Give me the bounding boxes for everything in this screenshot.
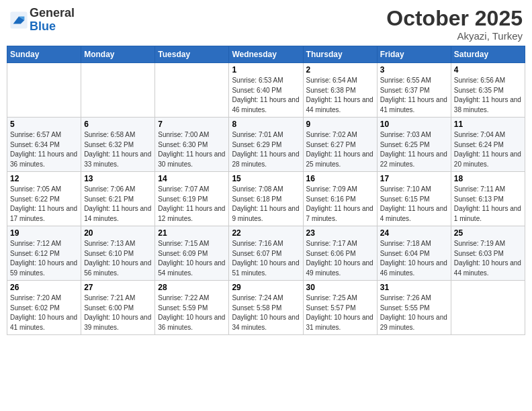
calendar-cell — [7, 63, 81, 118]
day-number: 25 — [454, 228, 522, 238]
calendar-cell: 8Sunrise: 7:01 AMSunset: 6:29 PMDaylight… — [229, 118, 303, 172]
calendar-cell: 1Sunrise: 6:53 AMSunset: 6:40 PMDaylight… — [229, 63, 303, 118]
day-number: 13 — [84, 174, 152, 183]
weekday-header: Saturday — [451, 46, 525, 63]
day-info: Sunrise: 6:56 AMSunset: 6:35 PMDaylight:… — [454, 76, 522, 115]
calendar-cell: 19Sunrise: 7:12 AMSunset: 6:12 PMDayligh… — [7, 226, 81, 281]
weekday-header: Monday — [81, 46, 155, 63]
calendar-cell: 26Sunrise: 7:20 AMSunset: 6:02 PMDayligh… — [7, 281, 81, 335]
calendar-cell: 29Sunrise: 7:24 AMSunset: 5:58 PMDayligh… — [229, 281, 303, 335]
calendar-cell: 10Sunrise: 7:03 AMSunset: 6:25 PMDayligh… — [377, 118, 451, 172]
day-info: Sunrise: 6:55 AMSunset: 6:37 PMDaylight:… — [380, 76, 448, 115]
day-info: Sunrise: 7:08 AMSunset: 6:18 PMDaylight:… — [232, 185, 300, 224]
calendar-cell: 24Sunrise: 7:18 AMSunset: 6:04 PMDayligh… — [377, 226, 451, 281]
calendar-cell — [155, 63, 229, 118]
calendar-cell: 22Sunrise: 7:16 AMSunset: 6:07 PMDayligh… — [229, 226, 303, 281]
day-info: Sunrise: 7:10 AMSunset: 6:15 PMDaylight:… — [380, 185, 448, 224]
day-number: 27 — [84, 283, 152, 292]
calendar-cell: 17Sunrise: 7:10 AMSunset: 6:15 PMDayligh… — [377, 172, 451, 226]
calendar-cell: 15Sunrise: 7:08 AMSunset: 6:18 PMDayligh… — [229, 172, 303, 226]
page-header: General Blue October 2025 Akyazi, Turkey — [7, 7, 525, 42]
weekday-header: Friday — [377, 46, 451, 63]
day-info: Sunrise: 7:13 AMSunset: 6:10 PMDaylight:… — [84, 239, 152, 278]
day-number: 18 — [454, 174, 522, 183]
logo: General Blue — [9, 7, 75, 34]
calendar-cell: 31Sunrise: 7:26 AMSunset: 5:55 PMDayligh… — [377, 281, 451, 335]
day-number: 12 — [10, 174, 78, 183]
calendar-cell: 11Sunrise: 7:04 AMSunset: 6:24 PMDayligh… — [451, 118, 525, 172]
calendar-cell: 21Sunrise: 7:15 AMSunset: 6:09 PMDayligh… — [155, 226, 229, 281]
day-info: Sunrise: 7:16 AMSunset: 6:07 PMDaylight:… — [232, 239, 300, 278]
calendar-cell: 3Sunrise: 6:55 AMSunset: 6:37 PMDaylight… — [377, 63, 451, 118]
day-info: Sunrise: 7:05 AMSunset: 6:22 PMDaylight:… — [10, 185, 78, 224]
day-info: Sunrise: 6:58 AMSunset: 6:32 PMDaylight:… — [84, 130, 152, 169]
day-info: Sunrise: 6:54 AMSunset: 6:38 PMDaylight:… — [306, 76, 374, 115]
day-info: Sunrise: 7:02 AMSunset: 6:27 PMDaylight:… — [306, 130, 374, 169]
day-number: 30 — [306, 283, 374, 292]
day-number: 11 — [454, 120, 522, 129]
day-number: 26 — [10, 283, 78, 292]
weekday-header: Thursday — [303, 46, 377, 63]
logo-icon — [9, 11, 28, 30]
day-number: 29 — [232, 283, 300, 292]
day-info: Sunrise: 7:25 AMSunset: 5:57 PMDaylight:… — [306, 293, 374, 332]
day-number: 16 — [306, 174, 374, 183]
calendar-cell: 20Sunrise: 7:13 AMSunset: 6:10 PMDayligh… — [81, 226, 155, 281]
day-info: Sunrise: 7:19 AMSunset: 6:03 PMDaylight:… — [454, 239, 522, 278]
calendar-cell: 9Sunrise: 7:02 AMSunset: 6:27 PMDaylight… — [303, 118, 377, 172]
day-number: 17 — [380, 174, 448, 183]
calendar-cell: 5Sunrise: 6:57 AMSunset: 6:34 PMDaylight… — [7, 118, 81, 172]
calendar-cell: 13Sunrise: 7:06 AMSunset: 6:21 PMDayligh… — [81, 172, 155, 226]
logo-line1: General — [30, 7, 75, 20]
day-info: Sunrise: 7:15 AMSunset: 6:09 PMDaylight:… — [158, 239, 226, 278]
day-info: Sunrise: 7:12 AMSunset: 6:12 PMDaylight:… — [10, 239, 78, 278]
calendar-cell — [451, 281, 525, 335]
day-info: Sunrise: 7:22 AMSunset: 5:59 PMDaylight:… — [158, 293, 226, 332]
day-number: 24 — [380, 228, 448, 238]
day-info: Sunrise: 7:03 AMSunset: 6:25 PMDaylight:… — [380, 130, 448, 169]
day-info: Sunrise: 7:26 AMSunset: 5:55 PMDaylight:… — [380, 293, 448, 332]
day-number: 22 — [232, 228, 300, 238]
day-info: Sunrise: 7:04 AMSunset: 6:24 PMDaylight:… — [454, 130, 522, 169]
calendar-cell: 4Sunrise: 6:56 AMSunset: 6:35 PMDaylight… — [451, 63, 525, 118]
day-number: 1 — [232, 65, 300, 75]
day-info: Sunrise: 7:20 AMSunset: 6:02 PMDaylight:… — [10, 293, 78, 332]
calendar-cell: 2Sunrise: 6:54 AMSunset: 6:38 PMDaylight… — [303, 63, 377, 118]
calendar-cell: 7Sunrise: 7:00 AMSunset: 6:30 PMDaylight… — [155, 118, 229, 172]
calendar-cell: 27Sunrise: 7:21 AMSunset: 6:00 PMDayligh… — [81, 281, 155, 335]
day-number: 9 — [306, 120, 374, 129]
calendar-cell: 25Sunrise: 7:19 AMSunset: 6:03 PMDayligh… — [451, 226, 525, 281]
calendar-cell: 12Sunrise: 7:05 AMSunset: 6:22 PMDayligh… — [7, 172, 81, 226]
day-info: Sunrise: 7:01 AMSunset: 6:29 PMDaylight:… — [232, 130, 300, 169]
day-number: 28 — [158, 283, 226, 292]
location: Akyazi, Turkey — [386, 30, 523, 42]
day-number: 6 — [84, 120, 152, 129]
calendar-cell: 18Sunrise: 7:11 AMSunset: 6:13 PMDayligh… — [451, 172, 525, 226]
day-info: Sunrise: 7:21 AMSunset: 6:00 PMDaylight:… — [84, 293, 152, 332]
day-number: 19 — [10, 228, 78, 238]
day-info: Sunrise: 7:09 AMSunset: 6:16 PMDaylight:… — [306, 185, 374, 224]
day-info: Sunrise: 7:18 AMSunset: 6:04 PMDaylight:… — [380, 239, 448, 278]
calendar-cell: 30Sunrise: 7:25 AMSunset: 5:57 PMDayligh… — [303, 281, 377, 335]
day-number: 2 — [306, 65, 374, 75]
day-number: 23 — [306, 228, 374, 238]
day-number: 15 — [232, 174, 300, 183]
day-number: 31 — [380, 283, 448, 292]
day-number: 10 — [380, 120, 448, 129]
day-number: 8 — [232, 120, 300, 129]
day-number: 5 — [10, 120, 78, 129]
day-info: Sunrise: 7:24 AMSunset: 5:58 PMDaylight:… — [232, 293, 300, 332]
day-info: Sunrise: 7:06 AMSunset: 6:21 PMDaylight:… — [84, 185, 152, 224]
calendar-cell: 6Sunrise: 6:58 AMSunset: 6:32 PMDaylight… — [81, 118, 155, 172]
month-title: October 2025 — [386, 7, 523, 30]
day-number: 14 — [158, 174, 226, 183]
day-number: 3 — [380, 65, 448, 75]
day-number: 7 — [158, 120, 226, 129]
logo-line2: Blue — [30, 20, 75, 34]
calendar-cell — [81, 63, 155, 118]
weekday-header: Sunday — [7, 46, 81, 63]
calendar-cell: 14Sunrise: 7:07 AMSunset: 6:19 PMDayligh… — [155, 172, 229, 226]
title-block: October 2025 Akyazi, Turkey — [386, 7, 523, 42]
day-info: Sunrise: 7:17 AMSunset: 6:06 PMDaylight:… — [306, 239, 374, 278]
day-number: 21 — [158, 228, 226, 238]
